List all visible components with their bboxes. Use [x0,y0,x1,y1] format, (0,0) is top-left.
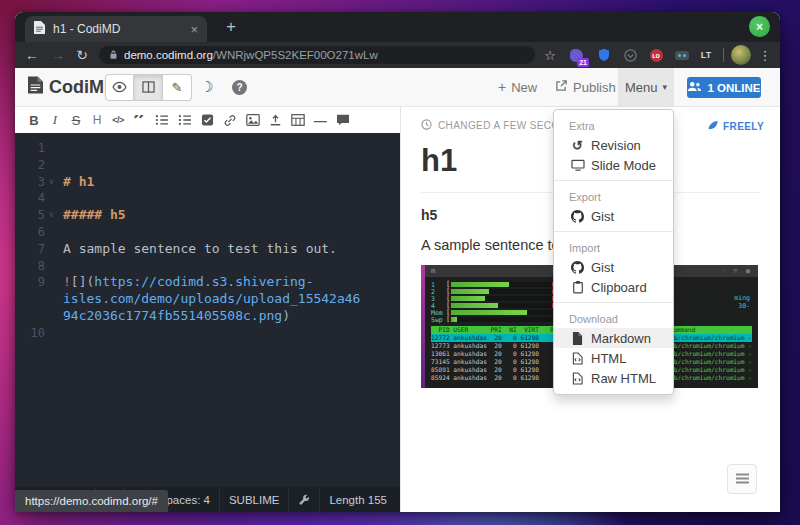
menu-item-download-raw-html[interactable]: Raw HTML [554,368,673,388]
back-button[interactable]: ← [23,42,41,68]
plus-icon: + [498,79,506,95]
bold-icon[interactable]: B [28,113,40,128]
preferences-wrench-icon[interactable] [288,487,319,512]
markdown-editor[interactable]: 1 2 3∨# h1 4 5∨##### h5 6 7A sample sent… [15,133,400,487]
menu-section-title: Extra [554,115,673,135]
tab-title: h1 - CodiMD [53,22,182,36]
eye-icon [112,79,127,97]
extension-shield-icon[interactable] [595,46,613,64]
extension-purple-icon[interactable]: 21 [567,46,585,64]
blockquote-icon[interactable]: ” [133,115,146,125]
permission-label: FREELY [723,121,764,132]
unordered-list-icon[interactable] [155,114,169,126]
line-number: 5 [15,207,45,224]
menu-item-import-gist[interactable]: Gist [554,257,673,277]
columns-icon [142,79,155,97]
extension-mask-icon[interactable] [673,46,691,64]
extension-languagetool-icon[interactable]: LT [697,46,715,64]
line-number: 4 [15,190,45,207]
upload-icon[interactable] [269,114,282,126]
menu-divider [554,180,673,181]
status-keymap[interactable]: SUBLIME [219,487,289,512]
url-path: /WNRjwQP5S2KEF00O271wLw [213,49,378,61]
horizontal-rule-icon[interactable]: — [314,113,327,128]
status-length: Length 155 [319,487,396,512]
preview-heading5: h5 [421,207,437,223]
menu-section-title: Import [554,237,673,257]
menu-item-download-html[interactable]: HTML [554,348,673,368]
menu-item-export-gist[interactable]: Gist [554,206,673,226]
checklist-icon[interactable] [201,114,214,126]
online-users-button[interactable]: 1 ONLINE [687,77,761,98]
codimd-navbar: CodiMD ✎ ☾ ? + [15,68,780,107]
toolbar-separator [723,48,724,62]
line-number: 1 [15,140,45,157]
menu-section-title: Export [554,186,673,206]
menu-divider [554,302,673,303]
menu-item-revision[interactable]: ↺ Revision [554,135,673,155]
profile-avatar[interactable] [731,45,751,65]
publish-button[interactable]: Publish [555,68,616,106]
browser-link-preview: https://demo.codimd.org/# [15,490,168,512]
editor-toolbar: B I S H </> ” [15,107,400,133]
new-note-button[interactable]: + New [498,68,537,106]
help-button[interactable]: ? [232,80,247,95]
window-close-button[interactable]: × [749,16,770,37]
fold-arrow-icon[interactable]: ∨ [45,207,58,224]
view-mode-edit-button[interactable]: ✎ [163,74,192,101]
menu-dropdown: Extra ↺ Revision Slide Mode Export Gist … [553,109,674,395]
reload-button[interactable]: ↻ [73,42,91,68]
lock-icon [109,49,118,62]
publish-icon [555,79,568,95]
file-code-icon [570,372,585,385]
line-number: 8 [15,258,45,275]
browser-toolbar: ← → ↻ demo.codimd.org/WNRjwQP5S2KEF00O27… [15,42,780,68]
new-tab-button[interactable]: + [219,15,243,39]
menu-item-download-markdown[interactable]: Markdown [554,328,673,348]
code-line-h1: # h1 [58,174,94,191]
line-number: 2 [15,157,45,174]
monitor-icon [570,159,585,171]
tab-strip: h1 - CodiMD × + × [15,12,780,42]
menu-item-import-clipboard[interactable]: Clipboard [554,277,673,297]
line-number: 9 [15,274,45,291]
view-mode-group: ✎ [105,74,192,101]
line-number: 3 [15,174,45,191]
image-icon[interactable] [246,114,260,126]
clipboard-icon [570,280,585,294]
extension-red-icon[interactable]: ʟᴏ [647,46,665,64]
browser-tab[interactable]: h1 - CodiMD × [25,16,207,42]
extension-pocket-icon[interactable] [621,46,639,64]
menu-section-title: Download [554,308,673,328]
fold-arrow-icon[interactable]: ∨ [45,174,58,191]
table-of-contents-button[interactable] [727,464,757,494]
ordered-list-icon[interactable] [178,114,192,126]
menu-button[interactable]: Menu ▾ [618,68,674,106]
night-mode-toggle[interactable]: ☾ [200,68,213,106]
view-mode-preview-button[interactable] [105,74,134,101]
bookmark-star-icon[interactable]: ☆ [541,42,559,68]
link-icon[interactable] [223,114,237,127]
publish-label: Publish [573,80,616,95]
view-mode-split-button[interactable] [134,74,163,101]
heading-icon[interactable]: H [91,113,103,127]
browser-window: h1 - CodiMD × + × ← → ↻ demo.codimd.org/… [15,12,780,512]
address-bar[interactable]: demo.codimd.org/WNRjwQP5S2KEF00O271wLw [99,46,535,64]
tab-close-icon[interactable]: × [190,23,198,36]
strikethrough-icon[interactable]: S [70,113,82,128]
menu-item-slide-mode[interactable]: Slide Mode [554,155,673,175]
table-icon[interactable] [291,114,305,126]
file-icon [570,332,585,345]
browser-menu-icon[interactable]: ⋮ [757,42,773,68]
file-code-icon [570,352,585,365]
line-number: 10 [15,325,45,342]
clock-icon [421,119,432,132]
italic-icon[interactable]: I [49,112,61,128]
codimd-brand[interactable]: CodiMD [28,68,117,106]
permission-badge[interactable]: FREELY [707,119,764,133]
comment-icon[interactable] [336,114,350,126]
forward-button[interactable]: → [49,42,67,68]
code-icon[interactable]: </> [112,115,124,125]
preview-heading1: h1 [421,143,457,179]
line-number: 7 [15,241,45,258]
